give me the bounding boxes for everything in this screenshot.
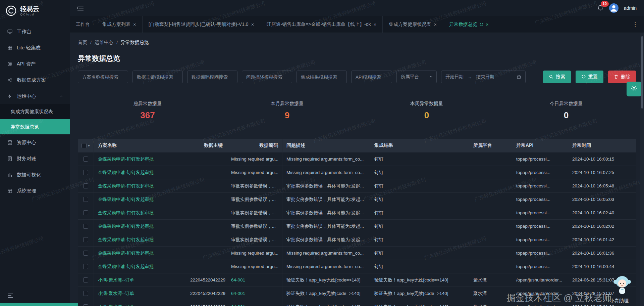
- page-title: 异常数据总览: [78, 54, 636, 63]
- tab-workbench[interactable]: 工作台: [70, 16, 96, 33]
- data-code-search-input[interactable]: [187, 71, 237, 83]
- cell-problem-desc: 审批实例参数错误，具体可能为:发起...: [282, 206, 370, 219]
- cell-problem-desc: 审批实例参数错误，具体可能为:发起...: [282, 193, 370, 206]
- cell-plan-name[interactable]: 金蝶采购申请-钉钉发起审批: [94, 152, 186, 166]
- close-icon[interactable]: ×: [374, 22, 377, 27]
- refresh-icon[interactable]: [480, 23, 483, 26]
- plan-name-search-input[interactable]: [78, 71, 128, 83]
- cell-data-code: 审批实例参数错误，...: [227, 179, 282, 192]
- select-all-checkbox[interactable]: [82, 143, 87, 148]
- delete-button-label: 删除: [621, 74, 630, 80]
- row-checkbox[interactable]: [83, 183, 88, 188]
- cell-exception-api: topapi/processi...: [512, 206, 568, 219]
- document-icon: [7, 156, 13, 162]
- integration-result-search-input[interactable]: [297, 71, 347, 83]
- cell-plan-name[interactable]: 金蝶采购申请-钉钉发起审批: [94, 220, 186, 233]
- cell-plan-name[interactable]: 金蝶采购申请-钉钉发起审批: [94, 179, 186, 192]
- grid-icon: [7, 45, 13, 51]
- tab-wdt-outbound[interactable]: 旺店通-销售出库单=>金蝶-销售出库单【线上】-ok ×: [260, 16, 383, 33]
- tab-plan-health-table[interactable]: 集成方案健康状况表 ×: [383, 16, 443, 33]
- sidebar-item-system-management[interactable]: 系统管理: [0, 183, 70, 199]
- close-icon[interactable]: ×: [133, 22, 136, 27]
- vertical-scrollbar[interactable]: [640, 33, 644, 306]
- select-all-caret-icon[interactable]: ▾: [88, 144, 90, 147]
- monitor-icon: [7, 29, 13, 35]
- tab-sales-return-sync[interactable]: [自动套梨]-销售退货同步(已确认-明细对接)-V1.0 ×: [143, 16, 261, 33]
- notifications-button[interactable]: 10: [597, 4, 604, 12]
- sidebar-item-data-integration-plans[interactable]: 数据集成方案: [0, 72, 70, 88]
- cell-plan-name[interactable]: 小满-聚水潭--订单: [94, 300, 186, 306]
- tab-exception-overview[interactable]: 异常数据总览 ×: [443, 16, 495, 33]
- table-row: 金蝶采购申请-钉钉发起审批 Missing required argu... M…: [78, 247, 636, 260]
- cell-plan-name[interactable]: 金蝶采购申请-钉钉发起审批: [94, 247, 186, 260]
- api-search-input[interactable]: [351, 71, 392, 83]
- row-checkbox[interactable]: [83, 237, 88, 242]
- reset-button[interactable]: 重置: [576, 71, 603, 83]
- cell-integration-result: 验证失败！app_key无效[code=>140]: [370, 273, 469, 287]
- cell-plan-name[interactable]: 金蝶采购申请-钉钉发起审批: [94, 193, 186, 206]
- sidebar-item-ops-center[interactable]: 运维中心: [0, 88, 70, 104]
- row-checkbox[interactable]: [83, 224, 88, 229]
- sidebar-item-api-assets[interactable]: API 资产: [0, 56, 70, 72]
- row-checkbox[interactable]: [83, 277, 88, 282]
- table-row: 金蝶采购申请-钉钉发起审批 Missing required argu... M…: [78, 166, 636, 179]
- close-icon[interactable]: ×: [486, 22, 489, 27]
- cell-problem-desc: 验证失败！app_key无效[code=>140]: [282, 300, 370, 306]
- sidebar-item-exception-overview[interactable]: 异常数据总览: [0, 119, 70, 134]
- database-icon: [7, 139, 13, 145]
- filter-bar: 所属平台 开始日期 → 结束日期 搜索 重置: [78, 71, 636, 83]
- row-checkbox[interactable]: [83, 251, 88, 256]
- cell-plan-name[interactable]: 金蝶采购申请-钉钉发起审批: [94, 260, 186, 273]
- cell-integration-result: 钉钉: [370, 166, 469, 179]
- sidebar-item-data-visualization[interactable]: 数据可视化: [0, 167, 70, 183]
- cell-plan-name[interactable]: 金蝶采购申请-钉钉发起审批: [94, 206, 186, 219]
- menu-fold-icon[interactable]: [77, 5, 84, 11]
- table-row: 金蝶采购申请-钉钉发起审批 审批实例参数错误，... 审批实例参数错误，具体可能…: [78, 233, 636, 247]
- row-checkbox[interactable]: [83, 197, 88, 202]
- cell-plan-name[interactable]: 金蝶采购申请-钉钉发起审批: [94, 233, 186, 246]
- table-row: 金蝶采购申请-钉钉发起审批 审批实例参数错误，... 审批实例参数错误，具体可能…: [78, 220, 636, 233]
- problem-desc-search-input[interactable]: [242, 71, 292, 83]
- row-checkbox[interactable]: [83, 291, 88, 296]
- topbar: 10 admin: [70, 0, 644, 16]
- close-icon[interactable]: ×: [434, 22, 437, 27]
- cell-plan-name[interactable]: 小满-聚水潭--订单: [94, 273, 186, 287]
- date-range-picker[interactable]: 开始日期 → 结束日期: [441, 71, 526, 83]
- cell-plan-name[interactable]: 小满-聚水潭--订单: [94, 287, 186, 300]
- target-icon: [7, 61, 13, 67]
- row-checkbox[interactable]: [83, 304, 88, 306]
- row-checkbox[interactable]: [83, 264, 88, 269]
- cell-plan-name[interactable]: 金蝶采购申请-钉钉发起审批: [94, 166, 186, 179]
- username[interactable]: admin: [624, 5, 637, 11]
- cell-data-code[interactable]: 64-001: [227, 273, 282, 287]
- row-checkbox[interactable]: [83, 157, 88, 162]
- cell-data-code[interactable]: 64-001: [227, 287, 282, 300]
- sidebar-item-workbench[interactable]: 工作台: [0, 24, 70, 40]
- breadcrumb-home[interactable]: 首页: [78, 40, 87, 46]
- cell-data-code[interactable]: 64-001: [227, 300, 282, 306]
- search-button[interactable]: 搜索: [543, 71, 571, 83]
- close-icon[interactable]: ×: [251, 22, 254, 27]
- sidebar-item-finance-reconciliation[interactable]: 财务对账: [0, 150, 70, 167]
- row-checkbox[interactable]: [83, 170, 88, 175]
- sidebar-item-lite-integration[interactable]: Lite 轻集成: [0, 40, 70, 56]
- data-key-search-input[interactable]: [132, 71, 183, 83]
- vertical-scrollbar-thumb[interactable]: [641, 36, 643, 108]
- sidebar-item-label: API 资产: [17, 61, 36, 67]
- breadcrumb: 首页 / 运维中心 / 异常数据总览: [78, 40, 636, 46]
- sidebar-item-label: 异常数据总览: [11, 124, 39, 130]
- sidebar-item-label: 运维中心: [17, 93, 36, 99]
- tab-plan-list[interactable]: 集成方案列表 ×: [96, 16, 143, 33]
- sidebar-item-plan-health-table[interactable]: 集成方案健康状况表: [0, 104, 70, 119]
- cell-platform: [469, 206, 512, 219]
- sidebar-item-resource-center[interactable]: 资源中心: [0, 134, 70, 150]
- platform-select[interactable]: 所属平台: [396, 71, 437, 83]
- tab-options-icon[interactable]: ⋮: [626, 16, 644, 33]
- theme-settings-button[interactable]: [627, 82, 641, 96]
- horizontal-scrollbar-thumb[interactable]: [0, 303, 78, 306]
- cell-integration-result: 钉钉: [370, 193, 469, 206]
- ops-center-submenu: 集成方案健康状况表 异常数据总览: [0, 104, 70, 134]
- avatar[interactable]: [609, 3, 619, 13]
- cell-exception-time: 2024-10-10 16:00:44: [568, 260, 636, 273]
- row-checkbox[interactable]: [83, 210, 88, 215]
